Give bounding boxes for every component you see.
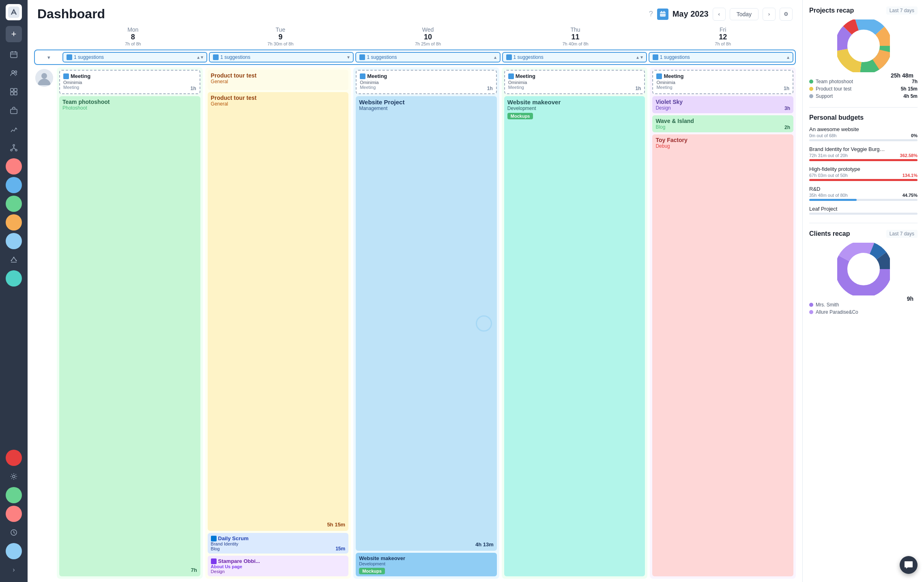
- event-wed-website-makeover[interactable]: Website makeover Development Mockups: [356, 553, 497, 576]
- day-header-mon: Mon 8 7h of 8h: [60, 25, 206, 48]
- event-fri-violet-sky[interactable]: Violet Sky Design 3h: [652, 96, 793, 113]
- sidebar-item-calendar[interactable]: [6, 46, 22, 63]
- event-thu-website-makeover[interactable]: Website makeover Development Mockups: [504, 96, 645, 576]
- event-wed-website-project[interactable]: Website Project Management 4h 13m: [356, 96, 497, 551]
- avatar-column: [34, 67, 54, 579]
- projects-legend: Team photoshoot 7h Product tour test 5h …: [809, 79, 918, 99]
- projects-recap-section: Projects recap Last 7 days 25h 48m Team …: [809, 6, 918, 99]
- sidebar: + ›: [0, 0, 28, 582]
- svg-rect-4: [11, 88, 13, 91]
- legend-dot-support: [809, 94, 813, 98]
- svg-rect-8: [11, 109, 17, 114]
- avatar-9[interactable]: [6, 506, 22, 522]
- legend-item-mrs-smith: Mrs. Smith: [809, 302, 918, 308]
- user-avatar[interactable]: [35, 69, 53, 87]
- suggestion-wed[interactable]: 1 suggestions ▴: [355, 52, 500, 63]
- suggestion-fri[interactable]: 1 suggestions ▴: [649, 52, 793, 63]
- sidebar-item-history[interactable]: [6, 524, 22, 541]
- event-mon-photoshoot[interactable]: Team photoshoot Photoshoot 7h: [59, 96, 200, 576]
- sidebar-item-team[interactable]: [6, 65, 22, 81]
- svg-rect-6: [11, 92, 13, 95]
- event-thu-meeting[interactable]: Meeting Ominimia Meeting 1h: [504, 70, 645, 94]
- personal-budgets-header: Personal budgets: [809, 114, 918, 121]
- app-logo[interactable]: [6, 4, 22, 20]
- svg-rect-0: [8, 6, 19, 18]
- legend-item-allure: Allure Paradise&Co: [809, 309, 918, 315]
- clients-pie-container: 9h: [809, 243, 918, 302]
- suggestions-row: ▾ 1 suggestions ▴ ▾ 1 suggestions ▾ 1 su…: [34, 50, 796, 65]
- event-tue-product-header[interactable]: Product tour test General: [208, 70, 349, 90]
- sidebar-item-analytics[interactable]: [6, 121, 22, 137]
- avatar-6[interactable]: [6, 270, 22, 287]
- avatar-1[interactable]: [6, 158, 22, 175]
- sidebar-item-briefcase[interactable]: [6, 102, 22, 119]
- sidebar-item-projects[interactable]: [6, 84, 22, 100]
- clients-recap-section: Clients recap Last 7 days 9h Mrs. Smith …: [809, 230, 918, 315]
- avatar-5[interactable]: [6, 233, 22, 249]
- svg-point-12: [11, 260, 12, 261]
- collapse-arrow[interactable]: ▾: [37, 52, 61, 63]
- column-wed: Meeting Ominimia Meeting 1h Website Proj…: [353, 67, 499, 579]
- avatar-7[interactable]: [6, 450, 22, 466]
- calendar-app-icon: [657, 9, 668, 20]
- personal-budgets-section: Personal budgets An awesome website 0m o…: [809, 114, 918, 215]
- clients-recap-title: Clients recap: [809, 230, 850, 237]
- event-tue-stampare[interactable]: Stampare Obbi... About Us page Design: [208, 556, 349, 576]
- budget-brand-identity: Brand Identity for Veggie Burg… 72h 31m …: [809, 146, 918, 161]
- day-header-wed: Wed 10 7h 25m of 8h: [355, 25, 501, 48]
- right-panel: Projects recap Last 7 days 25h 48m Team …: [802, 0, 924, 582]
- divider-2: [809, 223, 918, 223]
- event-mon-meeting[interactable]: Meeting Ominimia Meeting 1h: [59, 70, 200, 94]
- svg-rect-19: [664, 11, 664, 13]
- sidebar-item-crown[interactable]: [6, 252, 22, 268]
- suggestion-tue[interactable]: 1 suggestions ▾: [209, 52, 354, 63]
- avatar-4[interactable]: [6, 214, 22, 231]
- svg-point-14: [13, 257, 15, 258]
- today-button[interactable]: Today: [730, 8, 759, 20]
- suggestion-mon[interactable]: 1 suggestions ▴ ▾: [62, 52, 207, 63]
- chat-button[interactable]: [900, 556, 918, 574]
- avatar-3[interactable]: [6, 196, 22, 212]
- legend-dot-allure: [809, 310, 813, 314]
- next-month-button[interactable]: ›: [763, 8, 776, 21]
- clients-recap-header: Clients recap Last 7 days: [809, 230, 918, 238]
- current-month: May 2023: [673, 9, 709, 19]
- event-wed-meeting[interactable]: Meeting Ominimia Meeting 1h: [356, 70, 497, 94]
- clients-recap-period[interactable]: Last 7 days: [886, 230, 918, 238]
- add-button[interactable]: +: [6, 26, 22, 42]
- projects-pie-chart: [837, 19, 890, 72]
- legend-dot-mrs-smith: [809, 303, 813, 307]
- column-mon: Meeting Ominimia Meeting 1h Team photosh…: [57, 67, 203, 579]
- prev-month-button[interactable]: ‹: [713, 8, 726, 21]
- page-title: Dashboard: [37, 6, 105, 22]
- budget-awesome-website: An awesome website 0m out of 68h 0%: [809, 126, 918, 141]
- calendar-settings-button[interactable]: ⚙: [780, 8, 793, 21]
- legend-item-support: Support 4h 5m: [809, 93, 918, 99]
- avatar-8[interactable]: [6, 487, 22, 503]
- clients-pie-chart: [837, 243, 890, 295]
- svg-point-33: [849, 255, 878, 283]
- event-tue-daily-scrum[interactable]: Daily Scrum Brand Identity Blog 15m: [208, 533, 349, 554]
- calendar-area: Mon 8 7h of 8h Tue 9 7h 30m of 8h Wed 10…: [28, 25, 802, 582]
- svg-rect-1: [11, 52, 17, 58]
- days-header: Mon 8 7h of 8h Tue 9 7h 30m of 8h Wed 10…: [34, 25, 796, 48]
- main-content: Dashboard ? May 2023 ‹ Today › ⚙ Mon 8 7…: [28, 0, 802, 582]
- svg-point-28: [849, 32, 878, 60]
- help-icon[interactable]: ?: [649, 10, 653, 18]
- avatar-2[interactable]: [6, 177, 22, 193]
- event-fri-wave-island[interactable]: Wave & Island Blog 2h: [652, 115, 793, 132]
- projects-pie-container: 25h 48m: [809, 19, 918, 79]
- event-tue-product-tour[interactable]: Product tour test General 5h 15m: [208, 92, 349, 531]
- sidebar-item-hierarchy[interactable]: [6, 140, 22, 156]
- avatar-10[interactable]: [6, 543, 22, 559]
- svg-point-9: [13, 144, 15, 146]
- sidebar-item-settings[interactable]: [6, 468, 22, 485]
- svg-rect-17: [660, 12, 666, 17]
- event-fri-toy-factory[interactable]: Toy Factory Debug: [652, 134, 793, 576]
- suggestion-thu[interactable]: 1 suggestions ▴ ▾: [502, 52, 647, 63]
- event-fri-meeting[interactable]: Meeting Ominimia Meeting 1h: [652, 70, 793, 94]
- calendar-grid: Meeting Ominimia Meeting 1h Team photosh…: [34, 67, 796, 579]
- svg-point-15: [13, 475, 15, 478]
- sidebar-expand-button[interactable]: ›: [6, 562, 22, 578]
- projects-recap-period[interactable]: Last 7 days: [886, 6, 918, 15]
